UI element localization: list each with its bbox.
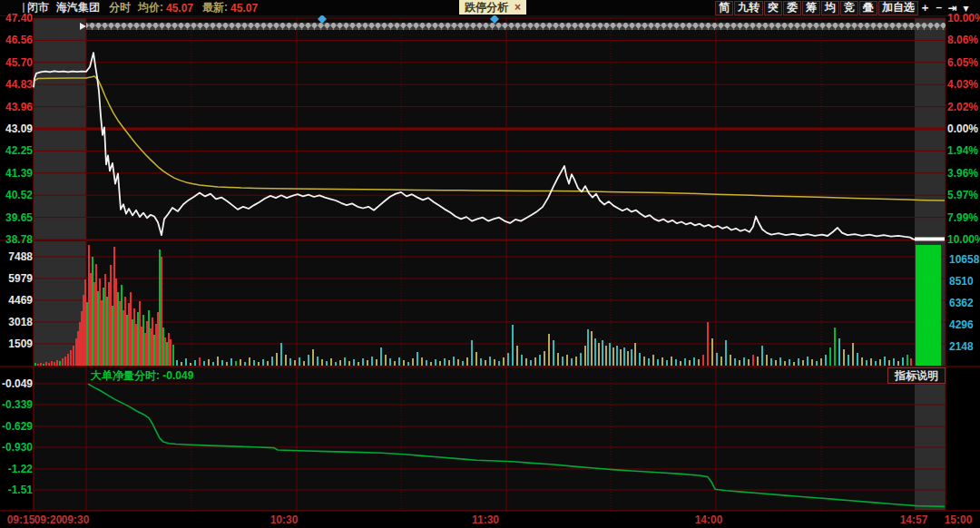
price-axis-label: 43.09	[0, 123, 33, 134]
volume-bar	[693, 357, 695, 366]
volume-bar	[115, 279, 117, 366]
toolbar-button-简[interactable]: 简	[715, 1, 733, 15]
percent-axis-label: 10.00%	[947, 234, 980, 245]
volume-bar	[421, 357, 423, 366]
volume-bar	[162, 328, 164, 366]
toolbar-button-竞[interactable]: 竞	[840, 1, 858, 15]
volume-axis-label: 7488	[0, 251, 33, 262]
volume-bar	[88, 245, 90, 366]
toolbar-button-加自选[interactable]: 加自选	[878, 1, 918, 15]
percent-axis-label: 4.03%	[947, 79, 978, 90]
toolbar-button-叠[interactable]: 叠	[859, 1, 877, 15]
indicator-axis-label: -0.629	[0, 421, 33, 432]
volume-bar	[40, 363, 42, 366]
indicator-header[interactable]: 大单净量分时: -0.049	[91, 368, 193, 384]
volume-bar	[503, 357, 505, 366]
percent-axis-label: 8.06%	[947, 34, 978, 45]
volume-bar	[548, 334, 550, 366]
avg-price-value: 45.07	[166, 2, 193, 15]
volume-bar	[594, 338, 596, 366]
volume-bar	[575, 357, 577, 366]
volume-bar	[757, 357, 759, 366]
volume-bar	[385, 355, 387, 366]
chart-canvas[interactable]	[0, 0, 980, 528]
volume-bar	[675, 359, 677, 366]
volume-bar	[430, 362, 432, 366]
volume-bar	[48, 363, 50, 366]
indicator-axis-label: -1.51	[0, 484, 33, 495]
add-icon[interactable]: ＋	[918, 0, 932, 15]
volume-bar	[779, 357, 781, 366]
volume-bar	[37, 364, 39, 366]
volume-bar	[106, 297, 108, 366]
volume-bar	[539, 355, 541, 366]
volume-bar	[258, 362, 260, 366]
volume-bar	[426, 360, 427, 366]
toolbar-button-九转[interactable]: 九转	[734, 1, 763, 15]
tab-limit-down-analysis[interactable]: 跌停分析 ×	[459, 0, 526, 15]
last-price-value: 45.07	[230, 2, 258, 15]
volume-bar	[789, 359, 790, 366]
toolbar-button-均[interactable]: 均	[821, 1, 839, 15]
volume-bar	[516, 346, 518, 366]
close-auction-volume-bar	[916, 245, 941, 366]
volume-bar	[412, 358, 414, 366]
volume-bar	[159, 249, 161, 366]
volume-bar	[870, 358, 872, 366]
volume-bar	[235, 361, 237, 366]
volume-bar	[834, 328, 836, 366]
toolbar-button-筹[interactable]: 筹	[802, 1, 820, 15]
volume-bar	[317, 357, 318, 366]
volume-bar	[142, 315, 144, 366]
volume-bar	[403, 360, 405, 366]
percent-axis-label: 1.94%	[947, 145, 978, 156]
indicator-axis-label: -0.930	[0, 442, 33, 453]
volume-bar	[843, 349, 845, 366]
volume-bar	[489, 357, 491, 366]
volume-bar	[95, 264, 97, 366]
volume-bar	[711, 338, 713, 366]
volume-bar	[362, 358, 364, 366]
volume-bar	[480, 358, 482, 366]
volume-bar	[512, 325, 514, 366]
volume-bar	[155, 324, 157, 366]
volume-bar	[132, 319, 133, 366]
minus-icon[interactable]: －	[932, 0, 946, 15]
toolbar-button-突[interactable]: 突	[764, 1, 782, 15]
volume-bar	[62, 358, 64, 366]
tab-close-icon[interactable]: ×	[514, 1, 521, 14]
volume-axis-label: 4469	[0, 295, 33, 306]
volume-bar	[194, 360, 196, 366]
toolbar-button-委[interactable]: 委	[783, 1, 801, 15]
avg-price-label: 均价:	[138, 0, 163, 15]
percent-axis-label: 2.02%	[947, 102, 978, 112]
volume-bar	[631, 349, 632, 366]
volume-bar	[598, 343, 600, 366]
volume-bar	[303, 361, 305, 366]
period-label[interactable]: 分时	[109, 0, 131, 15]
volume-bar	[848, 355, 849, 366]
volume-bar	[612, 347, 614, 366]
toolbar: 简九转突委筹均竞叠加自选	[714, 0, 918, 15]
volume-bar	[208, 359, 210, 366]
volume-bar	[84, 279, 86, 366]
volume-bar	[739, 360, 740, 366]
percent-axis-label: 3.96%	[947, 168, 978, 179]
volume-bar	[371, 357, 373, 366]
volume-bar	[108, 282, 110, 366]
volume-bar	[525, 358, 527, 366]
volume-bar	[146, 321, 148, 366]
indicator-help-button[interactable]: 指标说明	[887, 367, 946, 384]
volume-bar	[680, 361, 681, 366]
volume-axis-label: 5979	[0, 273, 33, 284]
volume-bar	[634, 343, 636, 366]
volume-bar	[54, 362, 55, 366]
time-axis-label: 09:20	[34, 514, 63, 525]
volume-bar	[784, 361, 786, 366]
volume-bar	[267, 361, 269, 366]
volume-bar	[666, 360, 668, 366]
indicator-axis-label: -1.22	[0, 464, 33, 474]
volume-bar	[253, 360, 255, 366]
limit-analysis-strip[interactable]	[86, 23, 946, 30]
volume-bar	[51, 361, 53, 366]
